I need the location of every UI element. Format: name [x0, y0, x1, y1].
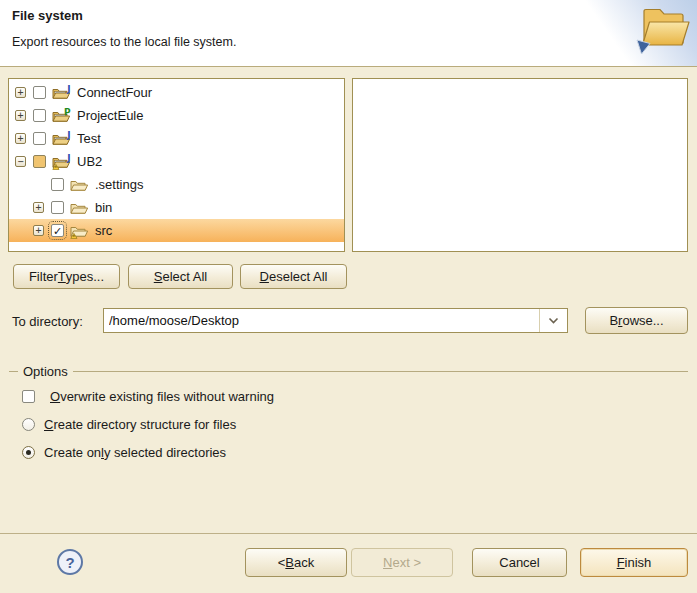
wizard-banner: File system Export resources to the loca…	[0, 0, 697, 67]
question-icon: ?	[65, 554, 74, 571]
svg-text:J: J	[66, 85, 70, 94]
directory-input[interactable]	[104, 309, 539, 332]
filter-types-button[interactable]: Filter Types...	[13, 264, 120, 289]
overwrite-checkbox[interactable]	[22, 390, 35, 403]
only-selected-radio[interactable]	[22, 446, 35, 459]
overwrite-option[interactable]: Overwrite existing files without warning	[22, 389, 274, 404]
tree-checkbox[interactable]	[51, 178, 64, 191]
tree-item[interactable]: − J UB2	[9, 150, 344, 173]
folder-icon: J	[52, 131, 72, 147]
tree-item[interactable]: + bin	[9, 196, 344, 219]
only-selected-option[interactable]: Create only selected directories	[22, 445, 226, 460]
create-structure-label: Create directory structure for files	[44, 417, 236, 432]
tree-expander-icon[interactable]: +	[15, 133, 26, 144]
browse-button[interactable]: Browse...	[585, 307, 688, 334]
tree-item[interactable]: + ✓ src	[9, 219, 344, 242]
combo-dropdown-button[interactable]	[539, 309, 567, 332]
tree-item[interactable]: + J ConnectFour	[9, 81, 344, 104]
svg-text:P: P	[64, 108, 71, 117]
select-all-button[interactable]: Select All	[128, 264, 233, 289]
folder-icon	[70, 200, 90, 216]
tree-checkbox[interactable]	[33, 86, 46, 99]
tree-checkbox[interactable]	[33, 155, 46, 168]
help-button[interactable]: ?	[57, 549, 83, 575]
folder-icon: P	[52, 108, 72, 124]
finish-button[interactable]: Finish	[580, 548, 688, 577]
to-directory-label: To directory:	[12, 314, 83, 329]
export-wizard-dialog: File system Export resources to the loca…	[0, 0, 697, 593]
chevron-down-icon	[548, 317, 559, 324]
tree-checkbox[interactable]	[33, 109, 46, 122]
tree-checkbox[interactable]: ✓	[51, 224, 64, 237]
tree-item-label: UB2	[77, 154, 102, 169]
tree-checkbox[interactable]	[33, 132, 46, 145]
deselect-all-button[interactable]: Deselect All	[240, 264, 347, 289]
directory-combo[interactable]	[103, 308, 568, 333]
create-structure-radio[interactable]	[22, 418, 35, 431]
folder-icon: J	[52, 85, 72, 101]
svg-text:J: J	[66, 154, 70, 163]
tree-expander-icon[interactable]: +	[33, 202, 44, 213]
options-group-title: Options	[18, 364, 73, 379]
tree-expander-icon[interactable]: −	[15, 156, 26, 167]
tree-item-label: ConnectFour	[77, 85, 152, 100]
folder-icon: J	[52, 154, 72, 170]
cancel-button[interactable]: Cancel	[472, 548, 567, 577]
svg-text:J: J	[66, 131, 70, 140]
tree-item[interactable]: + P ProjectEule	[9, 104, 344, 127]
tree-expander-icon[interactable]: +	[15, 87, 26, 98]
export-folder-icon	[636, 2, 692, 58]
tree-expander-icon[interactable]: +	[15, 110, 26, 121]
back-button[interactable]: < Back	[245, 548, 347, 577]
folder-icon	[70, 177, 90, 193]
options-group-border	[9, 371, 688, 372]
tree-item-label: src	[95, 223, 112, 238]
tree-item-label: bin	[95, 200, 112, 215]
tree-expander-icon[interactable]: +	[33, 225, 44, 236]
tree-item-label: Test	[77, 131, 101, 146]
tree-item[interactable]: + J Test	[9, 127, 344, 150]
next-button[interactable]: Next >	[351, 548, 453, 577]
tree-item[interactable]: .settings	[9, 173, 344, 196]
tree-item-label: .settings	[95, 177, 143, 192]
tree-item-label: ProjectEule	[77, 108, 143, 123]
overwrite-label: Overwrite existing files without warning	[50, 389, 274, 404]
create-structure-option[interactable]: Create directory structure for files	[22, 417, 236, 432]
folder-icon	[70, 223, 90, 239]
tree-checkbox[interactable]	[51, 201, 64, 214]
file-list-panel	[352, 78, 688, 252]
page-description: Export resources to the local file syste…	[12, 35, 236, 49]
resource-tree[interactable]: + J ConnectFour + P ProjectEule + J Test…	[8, 78, 345, 252]
page-title: File system	[12, 8, 83, 23]
only-selected-label: Create only selected directories	[44, 445, 226, 460]
footer-separator	[0, 533, 697, 534]
